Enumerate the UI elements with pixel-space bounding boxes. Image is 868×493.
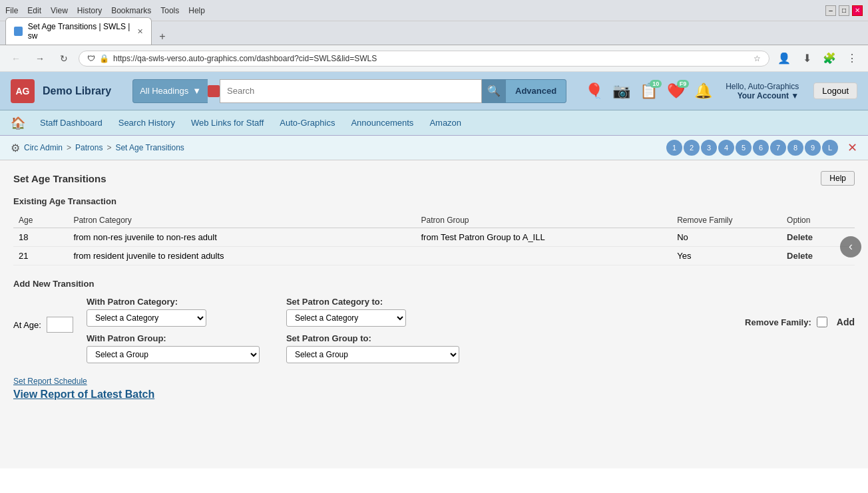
set-patron-group-group: Set Patron Group to: Select a Group: [286, 333, 459, 363]
table-header-row: Age Patron Category Patron Group Remove …: [13, 213, 855, 228]
menu-view[interactable]: View: [51, 6, 68, 15]
downloads-icon[interactable]: ⬇: [797, 49, 816, 68]
forward-button[interactable]: →: [31, 49, 49, 68]
app-header: AG Demo Library All Headings ▼ 🔍 Advance…: [0, 72, 868, 110]
nav-search-history[interactable]: Search History: [112, 114, 182, 132]
menu-bookmarks[interactable]: Bookmarks: [111, 6, 151, 15]
breadcrumb-sep-1: >: [67, 143, 71, 152]
at-age-group: At Age:: [13, 317, 73, 333]
new-tab-button[interactable]: +: [154, 29, 170, 45]
menu-help[interactable]: Help: [188, 6, 205, 15]
page-btn-5[interactable]: 5: [736, 140, 752, 156]
nav-amazon[interactable]: Amazon: [423, 114, 468, 132]
age-input[interactable]: [47, 317, 73, 333]
page-btn-3[interactable]: 3: [701, 140, 717, 156]
search-button[interactable]: 🔍: [482, 79, 506, 103]
help-button[interactable]: Help: [821, 171, 855, 186]
nav-web-links[interactable]: Web Links for Staff: [184, 114, 270, 132]
back-arrow-button[interactable]: ‹: [840, 236, 861, 257]
page-btn-4[interactable]: 4: [718, 140, 734, 156]
menu-history[interactable]: History: [77, 6, 102, 15]
hotair-balloon-icon[interactable]: 🎈: [585, 82, 603, 100]
app-nav: 🏠 Staff Dashboard Search History Web Lin…: [0, 110, 868, 136]
at-age-label: At Age:: [13, 320, 41, 330]
left-form-col: With Patron Category: Select a Category …: [87, 297, 260, 363]
breadcrumb-patrons[interactable]: Patrons: [75, 143, 103, 152]
active-tab[interactable]: Set Age Transitions | SWLS | sw ✕: [5, 17, 152, 45]
back-button[interactable]: ←: [7, 49, 25, 68]
form-columns: With Patron Category: Select a Category …: [87, 297, 732, 363]
bell-icon[interactable]: 🔔: [694, 82, 712, 100]
tab-label: Set Age Transitions | SWLS | sw: [28, 22, 132, 41]
existing-transactions-table: Age Patron Category Patron Group Remove …: [13, 213, 855, 265]
nav-staff-dashboard[interactable]: Staff Dashboard: [33, 114, 109, 132]
reload-button[interactable]: ↻: [55, 49, 73, 68]
advanced-button[interactable]: Advanced: [506, 79, 566, 103]
page-btn-l[interactable]: L: [822, 140, 838, 156]
search-input[interactable]: [220, 79, 482, 103]
breadcrumb-circ-admin[interactable]: Circ Admin: [24, 143, 63, 152]
add-section-title: Add New Transition: [13, 279, 855, 289]
breadcrumb-set-age-transitions[interactable]: Set Age Transitions: [115, 143, 184, 152]
with-patron-category-select[interactable]: Select a Category: [87, 309, 206, 327]
add-transition-button[interactable]: Add: [837, 317, 855, 327]
set-patron-group-select[interactable]: Select a Group: [286, 346, 459, 363]
address-bar[interactable]: 🛡 🔒 https://qa-swls-verso.auto-graphics.…: [79, 51, 769, 67]
logout-button[interactable]: Logout: [813, 82, 857, 99]
profile-icon[interactable]: 👤: [775, 49, 793, 68]
dropdown-label: All Headings: [140, 86, 188, 96]
patron-group-header: Patron Group: [416, 213, 672, 228]
page-btn-6[interactable]: 6: [753, 140, 769, 156]
bookmark-icon[interactable]: ☆: [754, 54, 761, 63]
page-btn-9[interactable]: 9: [805, 140, 821, 156]
row1-patron-group: from Test Patron Group to A_ILL: [416, 228, 672, 247]
home-icon[interactable]: 🏠: [11, 116, 25, 130]
heart-badge: F9: [677, 80, 690, 88]
remove-family-group: Remove Family: Add: [745, 317, 855, 327]
main-area: Set Age Transitions Help Existing Age Tr…: [0, 160, 868, 411]
menu-edit[interactable]: Edit: [27, 6, 41, 15]
browser-menu[interactable]: File Edit View History Bookmarks Tools H…: [5, 6, 205, 15]
breadcrumb-bar: ⚙ Circ Admin > Patrons > Set Age Transit…: [0, 136, 868, 160]
minimize-button[interactable]: –: [825, 5, 836, 16]
row2-remove-family: Yes: [672, 247, 781, 265]
with-patron-group-label: With Patron Group:: [87, 333, 260, 343]
camera-icon-group: 📷: [612, 82, 630, 100]
set-patron-category-select[interactable]: Select a Category: [286, 309, 406, 327]
page-btn-7[interactable]: 7: [770, 140, 786, 156]
patron-category-header: Patron Category: [68, 213, 415, 228]
window-controls[interactable]: – □ ✕: [825, 5, 863, 16]
menu-dots-icon[interactable]: ⋮: [843, 49, 861, 68]
report-links: Set Report Schedule View Report of Lates…: [13, 377, 855, 401]
nav-announcements[interactable]: Announcements: [344, 114, 420, 132]
user-account-link[interactable]: Your Account ▼: [726, 91, 799, 100]
library-logo: AG: [11, 79, 35, 103]
with-patron-group-select[interactable]: Select a Group: [87, 346, 260, 363]
view-report-link[interactable]: View Report of Latest Batch: [13, 389, 855, 401]
page-btn-1[interactable]: 1: [666, 140, 682, 156]
remove-family-header: Remove Family: [672, 213, 781, 228]
search-type-dropdown[interactable]: All Headings ▼: [132, 79, 208, 103]
page-btn-8[interactable]: 8: [787, 140, 803, 156]
set-patron-category-group: Set Patron Category to: Select a Categor…: [286, 297, 459, 327]
tab-close-button[interactable]: ✕: [137, 27, 143, 36]
maximize-button[interactable]: □: [839, 5, 849, 16]
menu-tools[interactable]: Tools: [160, 6, 179, 15]
browser-addressbar: ← → ↻ 🛡 🔒 https://qa-swls-verso.auto-gra…: [0, 45, 868, 72]
page-btn-2[interactable]: 2: [684, 140, 700, 156]
menu-file[interactable]: File: [5, 6, 18, 15]
library-name: Demo Library: [43, 85, 111, 97]
set-report-schedule-link[interactable]: Set Report Schedule: [13, 377, 855, 386]
header-icons: 🎈 📷 📋 10 ❤️ F9 🔔: [585, 82, 712, 100]
circ-admin-icon: ⚙: [11, 142, 20, 154]
tab-favicon: [14, 27, 23, 36]
table-row: 18 from non-res juvenile to non-res adul…: [13, 228, 855, 247]
camera-icon[interactable]: 📷: [612, 82, 630, 100]
remove-family-checkbox[interactable]: [817, 317, 827, 327]
close-page-button[interactable]: ✕: [847, 140, 857, 155]
page-title: Set Age Transitions: [13, 173, 106, 184]
chevron-down-icon: ▼: [791, 91, 799, 100]
extensions-icon[interactable]: 🧩: [820, 49, 839, 68]
close-button[interactable]: ✕: [852, 5, 863, 16]
nav-auto-graphics[interactable]: Auto-Graphics: [273, 114, 341, 132]
